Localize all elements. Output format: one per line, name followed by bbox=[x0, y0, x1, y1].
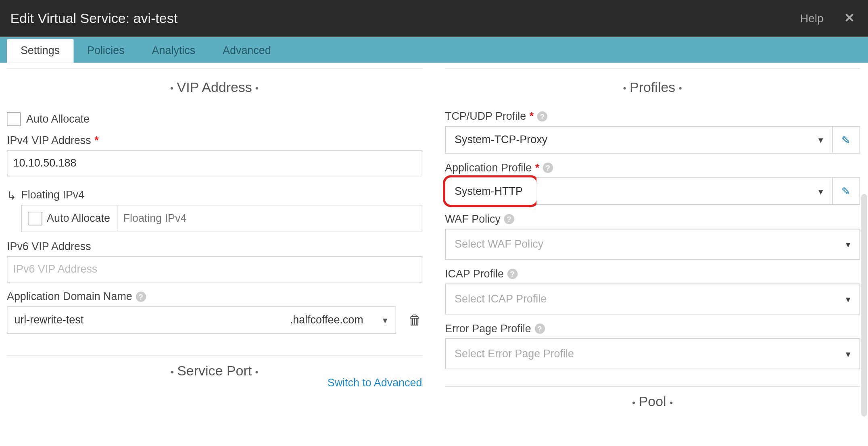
domain-combo[interactable]: url-rewrite-test .halfcoffee.com ▾ bbox=[7, 306, 396, 334]
help-icon[interactable]: ? bbox=[136, 292, 146, 302]
chevron-down-icon: ▾ bbox=[383, 315, 387, 325]
floating-ipv4-input[interactable] bbox=[117, 205, 422, 232]
left-column: •VIP Address• Auto Allocate IPv4 VIP Add… bbox=[7, 63, 422, 417]
help-icon[interactable]: ? bbox=[507, 269, 517, 279]
floating-ipv4-label: Floating IPv4 bbox=[21, 189, 422, 201]
tcp-profile-label: TCP/UDP Profile* ? bbox=[445, 110, 860, 123]
floating-auto-allocate-box: Auto Allocate bbox=[21, 205, 117, 232]
auto-allocate-label: Auto Allocate bbox=[26, 113, 90, 125]
domain-label: Application Domain Name ? bbox=[7, 290, 422, 303]
section-profiles: •Profiles• bbox=[445, 69, 860, 102]
right-column: •Profiles• TCP/UDP Profile* ? System-TCP… bbox=[445, 63, 860, 417]
trash-icon[interactable]: 🗑 bbox=[408, 312, 422, 328]
help-icon[interactable]: ? bbox=[504, 214, 514, 224]
app-profile-label: Application Profile* ? bbox=[445, 161, 860, 174]
error-page-profile-label: Error Page Profile ? bbox=[445, 322, 860, 335]
switch-to-advanced-link[interactable]: Switch to Advanced bbox=[7, 377, 422, 389]
help-link[interactable]: Help bbox=[800, 12, 824, 25]
floating-auto-allocate-checkbox[interactable] bbox=[29, 212, 42, 225]
scrollbar[interactable] bbox=[861, 194, 867, 417]
chevron-down-icon: ▾ bbox=[818, 134, 823, 145]
tab-settings[interactable]: Settings bbox=[7, 39, 73, 63]
section-pool: •Pool• bbox=[445, 387, 860, 417]
icap-profile-select[interactable]: Select ICAP Profile ▾ bbox=[445, 283, 860, 314]
app-profile-edit-button[interactable]: ✎ bbox=[833, 177, 860, 205]
help-icon[interactable]: ? bbox=[543, 163, 553, 173]
page-title: Edit Virtual Service: avi-test bbox=[10, 10, 800, 26]
tab-advanced[interactable]: Advanced bbox=[209, 39, 285, 63]
waf-policy-select[interactable]: Select WAF Policy ▾ bbox=[445, 229, 860, 259]
ipv4-label: IPv4 VIP Address* bbox=[7, 134, 422, 147]
help-icon[interactable]: ? bbox=[537, 111, 547, 121]
help-icon[interactable]: ? bbox=[534, 323, 545, 333]
chevron-down-icon: ▾ bbox=[846, 294, 850, 304]
pencil-icon: ✎ bbox=[841, 185, 851, 198]
section-vip-address: •VIP Address• bbox=[7, 69, 422, 102]
modal-header: Edit Virtual Service: avi-test Help ✕ bbox=[0, 0, 868, 37]
icap-profile-label: ICAP Profile ? bbox=[445, 268, 860, 280]
app-profile-select[interactable]: System-HTTP bbox=[445, 177, 536, 205]
app-profile-select-ext[interactable]: ▾ bbox=[536, 177, 833, 205]
chevron-down-icon: ▾ bbox=[818, 186, 823, 197]
tab-analytics[interactable]: Analytics bbox=[138, 39, 209, 63]
tab-bar: Settings Policies Analytics Advanced bbox=[0, 37, 868, 63]
indent-arrow-icon: ↳ bbox=[7, 189, 17, 202]
ipv6-input[interactable] bbox=[7, 256, 422, 282]
error-page-profile-select[interactable]: Select Error Page Profile ▾ bbox=[445, 338, 860, 369]
tab-policies[interactable]: Policies bbox=[73, 39, 138, 63]
ipv6-label: IPv6 VIP Address bbox=[7, 240, 422, 253]
waf-policy-label: WAF Policy ? bbox=[445, 213, 860, 225]
floating-auto-allocate-label: Auto Allocate bbox=[47, 212, 110, 225]
ipv4-input[interactable] bbox=[7, 150, 422, 176]
chevron-down-icon: ▾ bbox=[846, 348, 850, 359]
pencil-icon: ✎ bbox=[841, 133, 851, 146]
auto-allocate-checkbox[interactable] bbox=[7, 113, 21, 126]
tcp-profile-edit-button[interactable]: ✎ bbox=[833, 126, 860, 154]
content-area: •VIP Address• Auto Allocate IPv4 VIP Add… bbox=[0, 63, 868, 417]
chevron-down-icon: ▾ bbox=[846, 239, 850, 250]
close-icon[interactable]: ✕ bbox=[841, 11, 858, 26]
tcp-profile-select[interactable]: System-TCP-Proxy ▾ bbox=[445, 126, 833, 154]
